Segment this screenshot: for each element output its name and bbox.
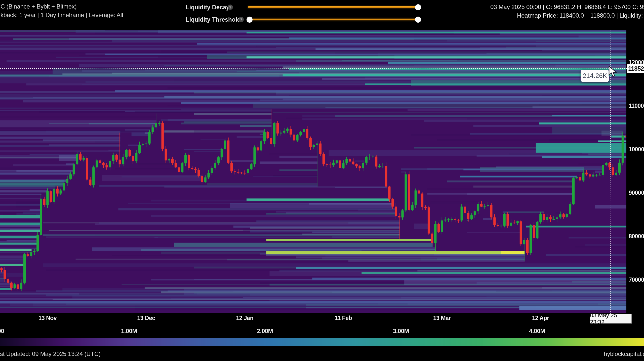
liquidation-heatmap-chart[interactable] [0,0,644,361]
liquidity-threshold-handle-max[interactable] [415,17,421,23]
date-tick-label: 13 Nov [38,315,57,322]
colorbar-tick-label: 0.00 [0,328,4,335]
date-tick-label: 13 Dec [137,315,155,322]
last-updated-text: st Updated: 09 May 2025 13:24 (UTC) [0,350,101,357]
mouse-cursor-icon [609,66,621,78]
liquidity-threshold-handle-min[interactable] [247,17,253,23]
colorbar-tick-label: 2.00M [257,328,273,335]
colorbar-tick-label: 4.00M [529,328,545,335]
liquidity-decay-handle[interactable] [415,4,421,10]
liquidity-decay-slider[interactable] [248,6,420,8]
heatmap-readout: Heatmap Price: 118400.0 – 118800.0 | Liq… [517,12,644,19]
price-tick-label: 110000 [629,103,644,109]
liquidity-tooltip: 214.26K [581,70,609,82]
brand-watermark: hyblockcapital.c [604,350,644,357]
liquidity-threshold-help-icon[interactable]: ? [238,17,244,22]
date-tick-label: 13 Mar [433,315,451,322]
price-tick-label: 80000 [629,233,644,240]
liquidity-threshold-label: Liquidity Threshold [186,16,241,23]
price-tick-label: 70000 [629,277,644,283]
price-tick-label: 100000 [629,146,644,153]
liquidation-heatmap-app: { "header": { "symbol_line": "C (Binance… [0,0,644,361]
liquidity-threshold-slider[interactable] [248,19,420,20]
colorbar-tick-label: 3.00M [393,328,409,335]
liquidity-decay-label: Liquidity Decay [186,4,229,11]
liquidity-colorbar [0,338,644,346]
price-tick-label: 90000 [629,190,644,196]
date-tick-label: 12 Jan [236,315,254,322]
date-tick-label: 11 Feb [335,315,352,322]
symbol-title: C (Binance + Bybit + Bitmex) [1,3,77,10]
date-tick-label: 12 Apr [532,315,549,322]
crosshair-price-tag: 118523 [627,64,644,73]
chart-settings-summary: kback: 1 year | 1 Day timeframe | Levera… [1,12,123,19]
colorbar-tick-label: 1.00M [121,328,137,335]
crosshair-date-tag: 03 May 25 23:32 [590,314,632,324]
ohlc-readout: 03 May 2025 00:00 | O: 96831.2 H: 96868.… [490,4,644,11]
liquidity-decay-help-icon[interactable]: ? [228,5,233,10]
